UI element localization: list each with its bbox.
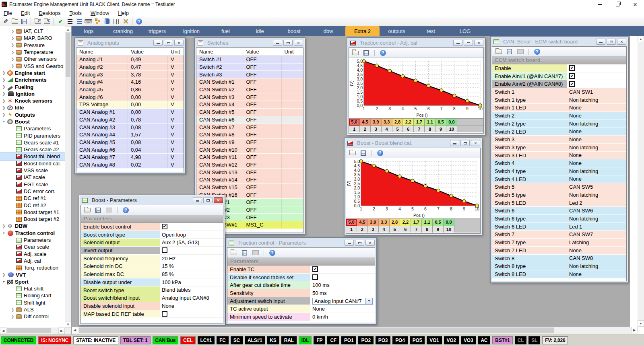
param-row[interactable]: Enable✔ xyxy=(492,64,626,72)
import-config-icon[interactable]: ↶ xyxy=(33,18,42,25)
menu-tools[interactable]: Tools xyxy=(70,10,82,16)
help-icon[interactable]: ? xyxy=(533,48,541,56)
minimize-icon[interactable] xyxy=(345,240,354,246)
tree-item-engine-start[interactable]: ❯Engine start xyxy=(0,70,65,76)
tree-item-dc-ref-1[interactable]: DC ref #1 xyxy=(0,195,65,202)
table-row[interactable]: Analog #33,78V xyxy=(76,71,184,78)
blank-view-icon[interactable] xyxy=(105,206,113,214)
mdi-horizontal-scrollbar[interactable]: ◀ ▶ xyxy=(72,327,638,334)
write-pen-icon[interactable]: ✎ xyxy=(1,18,10,25)
scroll-down-icon[interactable]: ▼ xyxy=(638,320,644,327)
scroll-up-icon[interactable]: ▲ xyxy=(638,36,644,42)
maximize-icon[interactable] xyxy=(203,197,213,203)
param-row[interactable]: Switch 1 LEDNone xyxy=(492,104,626,112)
param-row[interactable]: Switch 1 typeNon latching xyxy=(492,96,626,104)
param-row[interactable]: Switch 5CAN SW5 xyxy=(492,183,626,191)
close-icon[interactable]: ✕ xyxy=(365,240,375,246)
param-row[interactable]: Disable if second tables set xyxy=(227,274,375,282)
cal-value-cell[interactable]: 3,9 xyxy=(371,119,382,126)
param-row[interactable]: Boost switch/blend inputAnalog input CAN… xyxy=(81,294,223,302)
cal-value-cell[interactable]: 0,5 xyxy=(433,219,444,226)
save-icon[interactable] xyxy=(240,249,249,257)
minimize-icon[interactable] xyxy=(450,140,459,146)
tree-item-gears-scale-1[interactable]: Gears scale #1 xyxy=(0,139,65,146)
param-row[interactable]: Switch 2 LEDNone xyxy=(492,128,626,136)
tree-item-boost-target-2[interactable]: Boost target #2 xyxy=(0,216,65,222)
cal-value-cell[interactable]: 3,3 xyxy=(382,119,392,126)
scroll-up-icon[interactable]: ▲ xyxy=(65,26,71,33)
tree-item-gear-scale[interactable]: Gear scale xyxy=(0,243,65,250)
param-row[interactable]: Switch 1CAN SW1 xyxy=(492,88,626,96)
scroll-down-icon[interactable]: ▼ xyxy=(65,321,71,327)
window-minimize-button[interactable] xyxy=(591,0,609,9)
open-folder-icon[interactable] xyxy=(348,149,357,157)
menu-file[interactable]: File xyxy=(4,10,12,16)
table-row[interactable]: CAN Analog #10,00V xyxy=(76,109,184,116)
tree-item-boost-tbl-blend[interactable]: Boost tbl. blend xyxy=(0,153,65,160)
param-row[interactable]: Switch 2None xyxy=(492,112,626,120)
table-row[interactable]: Analog #44,16V xyxy=(76,78,184,86)
table-row[interactable]: CAN Switch #10OFF xyxy=(196,146,303,154)
param-row[interactable]: Switch 4None xyxy=(492,159,626,167)
open-folder-icon[interactable] xyxy=(494,48,503,56)
table-row[interactable]: CAN Switch #5OFF xyxy=(196,109,303,116)
tab-outputs[interactable]: outputs xyxy=(380,26,414,36)
checkbox-checked[interactable]: ✔ xyxy=(569,73,575,79)
cal-value-cell[interactable]: 1,1 xyxy=(422,219,433,226)
table-row[interactable]: CAN Switch #14OFF xyxy=(196,176,303,184)
table-row[interactable]: CAN Analog #50,08V xyxy=(76,139,184,146)
param-row[interactable]: Solenoid min DC15 % xyxy=(81,262,223,270)
cal-value-cell[interactable]: 1,7 xyxy=(414,119,425,126)
cal-value-cell[interactable]: 2,2 xyxy=(403,119,414,126)
save-icon[interactable] xyxy=(94,206,102,214)
parameters-sliders-icon[interactable] xyxy=(112,18,120,25)
tree-item-knock-sensors[interactable]: ❯Knock sensors xyxy=(0,97,65,104)
boost-blend-cal-titlebar[interactable]: Boost - Boost blend cal. ✕ xyxy=(346,139,481,148)
open-folder-icon[interactable] xyxy=(10,18,19,25)
table-row[interactable]: CAN Switch #13OFF xyxy=(196,169,303,176)
param-row[interactable]: Solenoid frequency20 Hz xyxy=(81,255,223,263)
param-row[interactable]: Switch 7 LEDNone xyxy=(492,247,626,255)
tree-item-egt-scale[interactable]: EGT scale xyxy=(0,181,65,188)
param-row[interactable]: Switch 3 LEDNone xyxy=(492,152,626,160)
maximize-icon[interactable] xyxy=(464,40,473,46)
table-row[interactable]: Switch #3OFF xyxy=(196,71,303,78)
column-header-name[interactable]: Name xyxy=(196,49,243,55)
param-row[interactable]: Enable boost control✔ xyxy=(81,223,223,231)
menu-help[interactable]: Help xyxy=(118,10,129,16)
tree-item-outputs[interactable]: ❯Outputs xyxy=(0,111,65,118)
column-header-value[interactable]: Value xyxy=(243,49,281,55)
scroll-right-icon[interactable]: ▶ xyxy=(631,327,638,333)
param-row[interactable]: Invert output xyxy=(81,247,223,255)
scroll-left-icon[interactable]: ◀ xyxy=(0,327,6,334)
tree-item-boost-blend-cal-[interactable]: Boost blend cal. xyxy=(0,160,65,167)
table-row[interactable]: Switch #2OFF xyxy=(196,64,303,71)
table-row[interactable]: CAN Switch #4OFF xyxy=(196,101,303,109)
close-icon[interactable]: ✕ xyxy=(474,40,483,46)
tree-item-parameters[interactable]: Parameters xyxy=(0,125,65,132)
minimize-icon[interactable] xyxy=(273,40,282,46)
table-row[interactable]: Analog #20,47V xyxy=(76,64,184,71)
cal-value-cell[interactable]: 5,0 xyxy=(346,219,357,226)
tree-vertical-scrollbar[interactable]: ▲ ▼ xyxy=(65,26,71,334)
table-row[interactable]: CAN Switch #12OFF xyxy=(196,161,303,169)
maximize-icon[interactable] xyxy=(355,240,364,246)
tab-ignition[interactable]: ignition xyxy=(174,26,208,36)
checkbox-unchecked[interactable] xyxy=(162,311,167,317)
param-row[interactable]: Enable TC✔ xyxy=(227,266,375,274)
table-row[interactable]: CAN Analog #30,08V xyxy=(76,124,184,131)
keyboard-icon[interactable]: ⌨ xyxy=(84,18,93,25)
param-row[interactable]: Switch 6CAN SW6 xyxy=(492,207,626,215)
tree-item-fueling[interactable]: ❯Fueling xyxy=(0,83,65,90)
column-header-unit[interactable]: Unit xyxy=(168,49,184,55)
tree-item-enrichments[interactable]: ❯Enrichments xyxy=(0,76,65,83)
column-header-name[interactable]: Name xyxy=(76,49,128,55)
table-row[interactable]: CAN Analog #74,98V xyxy=(76,154,184,161)
cal-value-cell[interactable]: 0,0 xyxy=(446,119,457,126)
menu-window[interactable]: Window xyxy=(91,10,109,16)
cal-value-cell[interactable]: 0,0 xyxy=(444,219,454,226)
close-icon[interactable]: ✕ xyxy=(214,197,223,203)
param-row[interactable]: Switch 3None xyxy=(492,136,626,144)
minimize-icon[interactable] xyxy=(596,39,605,45)
tree-item-iat-scale[interactable]: IAT scale xyxy=(0,174,65,181)
